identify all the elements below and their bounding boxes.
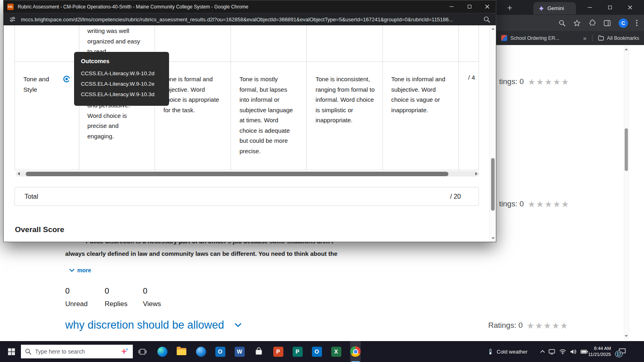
profile-avatar[interactable]: C [619,19,628,28]
star-rating[interactable]: ★★★★★ [528,78,570,86]
task-view-button[interactable] [136,341,149,362]
d2l-favicon: D2L [7,4,14,10]
folder-icon [598,35,604,41]
overall-score-heading: Overall Score [15,225,64,234]
table-horizontal-scrollbar[interactable] [16,171,479,177]
side-panel-icon[interactable] [604,20,611,26]
scroll-right-arrow[interactable] [475,172,477,175]
wifi-icon[interactable] [559,349,566,354]
popup-vertical-scrollbar[interactable] [489,25,496,242]
chevron-down-icon[interactable] [235,323,242,327]
bookmarks-overflow-chevron[interactable]: » [583,35,586,41]
windows-taskbar: O W P P O X Cold weather [0,341,644,362]
bookmark-star-icon[interactable] [574,20,580,27]
thread-row: why discretion should be allowed [65,319,242,331]
outcomes-icon[interactable] [63,75,70,83]
scroll-left-arrow[interactable] [18,172,20,175]
thread-stats: 0 Unread 0 Replies 0 Views [65,286,161,308]
rubric-level-cell: Tone is mostly formal, but lapses into i… [239,74,297,156]
scroll-down-arrow[interactable] [491,237,495,239]
ethernet-icon[interactable] [548,349,555,355]
tab-gemini[interactable]: Gemini [533,2,576,14]
file-explorer-icon[interactable] [176,341,187,362]
weather-widget[interactable]: Cold weather [485,341,530,362]
close-icon [628,5,632,10]
powerpoint-icon[interactable]: P [273,341,283,362]
maximize-button[interactable] [600,0,620,15]
scrollbar-thumb[interactable] [625,128,628,171]
table-border [382,25,383,170]
taskbar-clock[interactable]: 8:44 AM 11/21/2025 [584,341,611,362]
word-icon[interactable]: W [234,341,245,362]
store-bag-icon [254,347,263,356]
stat-views: 0 Views [143,286,161,308]
outlook-mail-icon[interactable]: O [312,341,322,362]
scrollbar-thumb[interactable] [491,158,495,211]
total-label: Total [25,193,38,200]
close-button[interactable] [620,0,640,15]
star-rating[interactable]: ★★★★★ [527,321,569,330]
rubric-level-cell: Tone is inconsistent, ranging from forma… [316,74,375,125]
store-icon[interactable] [254,341,264,362]
thread-title-link[interactable]: why discretion should be allowed [65,319,224,331]
stat-value: 0 [105,286,143,296]
stat-label: Unread [65,300,105,308]
extensions-icon[interactable] [588,19,596,27]
action-center-button[interactable]: 17 [614,341,630,362]
ratings-label-clipped: tings: 0 [499,77,524,86]
menu-kebab-icon[interactable] [636,20,638,26]
browser-toolbar: C [496,15,644,31]
rubric-level-cell: Tone is formal and objective. Word choic… [163,74,224,115]
scroll-up-arrow[interactable] [625,48,628,50]
thread-ratings-row: tings: 0 ★★★★★ [499,77,570,86]
minimize-button[interactable] [443,0,460,13]
page-scrollbar[interactable] [624,46,629,339]
pinned-apps: O W P P O X [157,341,361,362]
table-border [231,25,231,170]
copilot-sparkle-icon[interactable] [120,347,129,356]
chrome-icon[interactable] [350,341,361,362]
bookmark-item[interactable]: School Ordering ER... [510,35,559,41]
publisher-icon[interactable]: P [292,341,303,362]
clock-time: 8:44 AM [594,346,611,352]
outlook-icon[interactable]: O [215,341,225,362]
table-border [479,25,479,170]
windows-logo-icon [8,348,15,356]
all-bookmarks-button[interactable]: All Bookmarks [598,35,639,41]
scrollbar-thumb[interactable] [26,172,448,176]
scroll-up-arrow[interactable] [491,28,495,30]
scroll-down-arrow[interactable] [625,335,628,337]
start-button[interactable] [3,341,19,362]
stat-label: Replies [105,300,143,308]
rubric-total-row: Total / 20 [14,187,479,206]
close-icon [485,4,489,9]
blue-globe-app-icon[interactable] [196,341,206,362]
maximize-button[interactable] [460,0,478,13]
star-rating[interactable]: ★★★★★ [528,200,570,208]
post-text-line2: always clearly defined in law and commun… [65,250,337,257]
bookmarks-bar: School Ordering ER... » All Bookmarks [496,31,644,45]
zoom-icon[interactable] [559,20,566,27]
rubric-assessment-window: D2L Rubric Assessment - CM-Police Operat… [3,0,496,242]
ratings-label: Ratings: 0 [488,321,523,330]
tray-expand-button[interactable] [538,341,547,362]
tooltip-title: Outcomes [81,58,162,64]
taskbar-search[interactable] [21,345,133,358]
more-link[interactable]: more [69,267,91,274]
close-button[interactable] [478,0,496,13]
tune-icon[interactable] [9,16,16,23]
minimize-button[interactable] [580,0,600,15]
edge-icon[interactable] [157,341,167,362]
volume-icon[interactable] [570,349,577,355]
excel-icon[interactable]: X [331,341,341,362]
total-points: / 20 [450,193,461,200]
address-bar[interactable]: mccs.brightspace.com/d2l/lms/competencie… [4,13,496,25]
search-icon [25,348,31,355]
chevron-up-icon [540,350,545,353]
search-input[interactable] [35,348,116,355]
weather-label: Cold weather [497,349,528,355]
zoom-icon[interactable] [483,16,490,23]
url-text[interactable]: mccs.brightspace.com/d2l/lms/competencie… [21,16,483,23]
background-browser-header: Gemini C School Ordering ER... » All Boo… [496,0,644,45]
new-tab-button[interactable] [505,3,514,12]
